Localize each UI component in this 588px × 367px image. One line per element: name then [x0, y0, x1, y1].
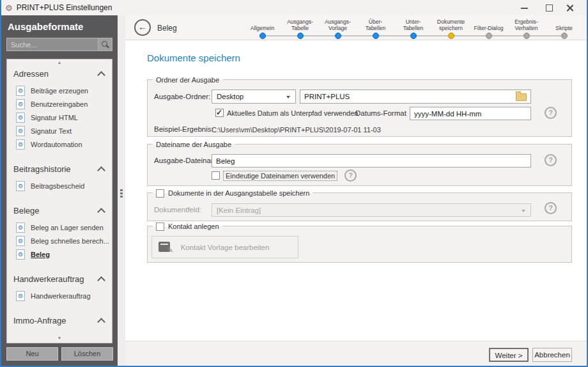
- step-filter-dialog: Filter-Dialog: [470, 15, 507, 40]
- sidebar-title: Ausgabeformate: [8, 21, 111, 32]
- output-filename-box: [212, 154, 531, 168]
- maximize-button[interactable]: [537, 0, 561, 15]
- step-dokumente-speichern: Dokumentespeichern: [432, 15, 470, 40]
- output-folder-select[interactable]: Desktop: [212, 90, 296, 104]
- contact-card-icon: [159, 242, 170, 252]
- unique-filename-checkbox[interactable]: [212, 171, 220, 180]
- sidebar-item-beleg-an-lager-senden[interactable]: Beleg an Lager senden: [16, 221, 112, 234]
- window-title: PRINT+PLUS Einstellungen: [17, 3, 112, 12]
- next-button[interactable]: Weiter >: [489, 348, 529, 362]
- sidebar-list: ▲ Adressen Beiträge erzeugen Benutzerein…: [6, 59, 112, 343]
- scroll-down-icon[interactable]: ▼: [7, 335, 112, 341]
- search-input[interactable]: [7, 38, 98, 51]
- step-ueber-tabellen: Über-Tabellen: [357, 15, 394, 40]
- back-label: Beleg: [157, 24, 177, 33]
- date-subfolder-label: Aktuelles Datum als Unterpfad verwenden: [227, 109, 358, 117]
- format-doc-icon: [16, 126, 25, 136]
- format-doc-icon: [16, 236, 25, 246]
- group-save-in-table-legend: Dokumente in der Ausgangstabelle speiche…: [153, 189, 313, 198]
- group-output-filename-legend: Dateiname der Ausgabe: [153, 140, 235, 149]
- sidebar-item-wordautomation[interactable]: Wordautomation: [16, 137, 112, 151]
- group-output-folder: Ordner der Ausgabe Ausgabe-Ordner: Deskt…: [147, 79, 572, 137]
- page-title: Dokumente speichern: [147, 52, 240, 63]
- chevron-up-icon: [97, 208, 105, 216]
- step-ergebnis-verhalten-dot[interactable]: [523, 33, 530, 39]
- chevron-up-icon: [97, 318, 105, 326]
- chevron-up-icon: [97, 166, 105, 175]
- document-field-select: [Kein Eintrag]: [212, 203, 531, 217]
- format-doc-icon: [16, 223, 25, 233]
- step-filter-dialog-dot[interactable]: [486, 33, 492, 39]
- example-label: Beispiel-Ergebnis:: [154, 125, 213, 133]
- unique-filename-label[interactable]: Eindeutige Dateinamen verwenden: [223, 171, 337, 181]
- sidebar-section-belege[interactable]: Belege: [13, 204, 105, 217]
- group-output-folder-legend: Ordner der Ausgabe: [153, 75, 222, 84]
- format-doc-icon: [16, 99, 25, 109]
- cancel-button[interactable]: Abbrechen: [532, 348, 572, 362]
- wizard-header: Beleg Allgemein Ausgangs-Tabelle Ausgang…: [125, 15, 587, 40]
- step-dokumente-speichern-dot[interactable]: [448, 33, 454, 39]
- help-icon-unique[interactable]: ?: [344, 169, 357, 182]
- help-icon-filename[interactable]: ?: [545, 154, 557, 166]
- sidebar-item-beleg-schnelles-berech[interactable]: Beleg schnelles berech...: [16, 234, 112, 247]
- step-ueber-tabellen-dot[interactable]: [373, 33, 379, 39]
- splitter[interactable]: [118, 15, 125, 366]
- sidebar-item-signatur-html[interactable]: Signatur HTML: [16, 111, 112, 124]
- step-unter-tabellen: Unter-Tabellen: [394, 15, 432, 40]
- create-contact-checkbox[interactable]: [156, 223, 164, 231]
- date-subfolder-checkbox[interactable]: [215, 109, 224, 117]
- chevron-up-icon: [97, 276, 105, 285]
- delete-button[interactable]: Löschen: [61, 347, 113, 361]
- sidebar-section-beitragshistorie[interactable]: Beitragshistorie: [13, 162, 105, 175]
- sidebar-item-beitragsbescheid[interactable]: Beitragsbescheid: [16, 179, 112, 192]
- step-ausgangs-vorlage: Ausgangs-Vorlage: [319, 15, 357, 40]
- sidebar-item-benutzereingaben[interactable]: Benutzereingaben: [16, 97, 112, 111]
- sidebar-item-beitraege-erzeugen[interactable]: Beiträge erzeugen: [16, 84, 112, 97]
- group-output-filename: Dateiname der Ausgabe Ausgabe-Dateiname:…: [147, 144, 572, 186]
- new-button[interactable]: Neu: [6, 347, 58, 361]
- wizard-steps: Allgemein Ausgangs-Tabelle Ausgangs-Vorl…: [244, 15, 583, 40]
- help-icon-folder[interactable]: ?: [545, 107, 557, 119]
- group-create-contact-legend: Kontakt anlegen: [153, 222, 222, 231]
- sidebar-item-signatur-text[interactable]: Signatur Text: [16, 124, 112, 137]
- back-button[interactable]: [134, 19, 151, 36]
- minimize-button[interactable]: [513, 0, 537, 15]
- output-folder-path-box: [300, 90, 531, 104]
- step-ausgangs-tabelle: Ausgangs-Tabelle: [281, 15, 319, 40]
- sidebar-section-immo-anfrage[interactable]: Immo-Anfrage: [13, 314, 105, 327]
- format-doc-icon: [16, 249, 25, 260]
- output-filename-input[interactable]: [212, 155, 530, 168]
- chevron-up-icon: [97, 71, 105, 79]
- date-format-box: [410, 107, 531, 120]
- sidebar: Ausgabeformate ▲ Adressen Beiträge erzeu…: [1, 15, 118, 366]
- browse-folder-icon[interactable]: [516, 93, 527, 101]
- title-bar: ⚙ PRINT+PLUS Einstellungen: [0, 0, 588, 15]
- step-allgemein: Allgemein: [244, 15, 281, 40]
- date-format-input[interactable]: [410, 108, 530, 120]
- close-button[interactable]: [561, 0, 585, 15]
- step-unter-tabellen-dot[interactable]: [410, 33, 417, 39]
- sidebar-item-beleg-selected[interactable]: Beleg: [16, 247, 112, 261]
- help-icon-docfield[interactable]: ?: [545, 202, 557, 214]
- search-button[interactable]: [98, 38, 112, 51]
- sidebar-section-adressen[interactable]: Adressen: [13, 67, 105, 80]
- format-doc-icon: [16, 113, 25, 123]
- scroll-up-icon[interactable]: ▲: [7, 59, 112, 66]
- date-format-label: Datums-Format: [355, 109, 406, 117]
- step-allgemein-dot[interactable]: [259, 33, 266, 39]
- footer: Weiter > Abbrechen: [125, 341, 587, 366]
- step-ausgangs-vorlage-dot[interactable]: [335, 33, 341, 39]
- sidebar-section-handwerkerauftrag[interactable]: Handwerkerauftrag: [13, 272, 105, 285]
- example-value: C:\Users\vm\Desktop\PRINT+PLUS\2019-07-0…: [212, 126, 381, 134]
- format-doc-icon: [16, 291, 25, 301]
- step-ausgangs-tabelle-dot[interactable]: [297, 33, 304, 39]
- window-controls: [513, 0, 585, 15]
- main-panel: Beleg Allgemein Ausgangs-Tabelle Ausgang…: [125, 15, 587, 366]
- save-in-table-checkbox[interactable]: [156, 189, 164, 198]
- step-skripte-dot[interactable]: [561, 33, 568, 39]
- step-ergebnis-verhalten: Ergebnis-Verhalten: [507, 15, 545, 40]
- minimize-icon: [521, 8, 528, 9]
- sidebar-item-handwerkerauftrag[interactable]: Handwerkerauftrag: [16, 289, 112, 302]
- group-create-contact: Kontakt anlegen Kontakt Vorlage bearbeit…: [147, 226, 572, 263]
- output-folder-path-input[interactable]: [300, 90, 530, 103]
